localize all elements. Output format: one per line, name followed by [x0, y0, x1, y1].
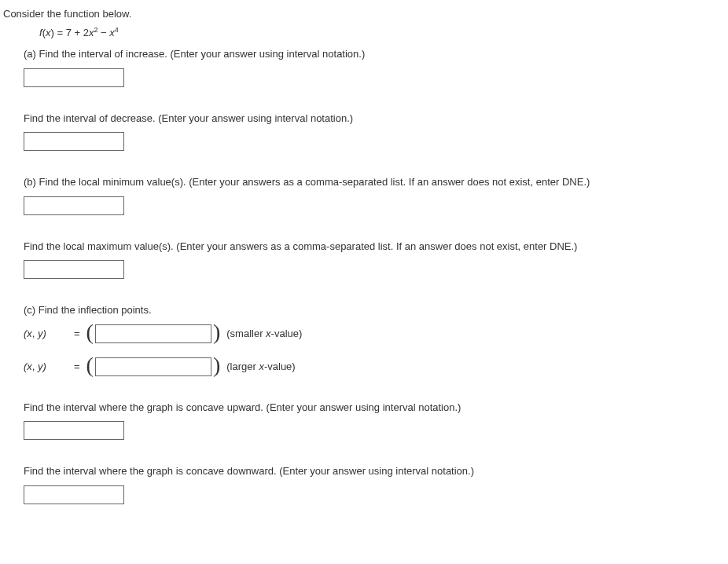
hint-smaller: (smaller x-value): [226, 326, 302, 342]
inflection-row-larger: (x, y) = ( ) (larger x-value): [24, 357, 728, 376]
hint-larger: (larger x-value): [226, 359, 295, 375]
input-concave-down[interactable]: [24, 485, 124, 504]
equals-2: =: [74, 359, 80, 375]
input-interval-increase[interactable]: [24, 68, 124, 87]
intro-text: Consider the function below.: [3, 6, 728, 22]
function-formula: f(x) = 7 + 2x2 − x4: [39, 25, 728, 41]
part-c-inflection: (c) Find the inflection points. (x, y) =…: [24, 302, 728, 376]
part-a-decrease: Find the interval of decrease. (Enter yo…: [24, 111, 728, 152]
equals-1: =: [74, 326, 80, 342]
paren-close-eq: ) =: [50, 27, 65, 38]
coef-2: 2: [83, 27, 89, 38]
input-inflection-smaller[interactable]: [95, 324, 211, 343]
input-local-max[interactable]: [24, 260, 124, 279]
prompt-a-decrease: Find the interval of decrease. (Enter yo…: [24, 111, 728, 126]
exp-4: 4: [115, 26, 119, 34]
part-b-max: Find the local maximum value(s). (Enter …: [24, 239, 728, 280]
part-b-min: (b) Find the local minimum value(s). (En…: [24, 174, 728, 215]
input-local-min[interactable]: [24, 196, 124, 215]
prompt-concave-down: Find the interval where the graph is con…: [24, 463, 728, 479]
inflection-row-smaller: (x, y) = ( ) (smaller x-value): [24, 324, 728, 343]
prompt-c-inflection: (c) Find the inflection points.: [24, 302, 728, 318]
input-concave-up[interactable]: [24, 421, 124, 440]
input-inflection-larger[interactable]: [95, 357, 211, 376]
part-c-concave-up: Find the interval where the graph is con…: [24, 400, 728, 441]
xy-label-1: (x, y): [24, 326, 69, 342]
prompt-b-max: Find the local maximum value(s). (Enter …: [24, 239, 728, 255]
prompt-b-min: (b) Find the local minimum value(s). (En…: [24, 174, 728, 190]
xy-label-2: (x, y): [24, 359, 69, 375]
part-a-increase: (a) Find the interval of increase. (Ente…: [24, 46, 728, 87]
part-c-concave-down: Find the interval where the graph is con…: [24, 463, 728, 504]
input-interval-decrease[interactable]: [24, 132, 124, 151]
prompt-concave-up: Find the interval where the graph is con…: [24, 400, 728, 416]
minus-sign: −: [97, 27, 109, 38]
plus-sign: +: [72, 27, 83, 38]
term-7: 7: [66, 27, 72, 38]
prompt-a-increase: (a) Find the interval of increase. (Ente…: [24, 46, 728, 62]
